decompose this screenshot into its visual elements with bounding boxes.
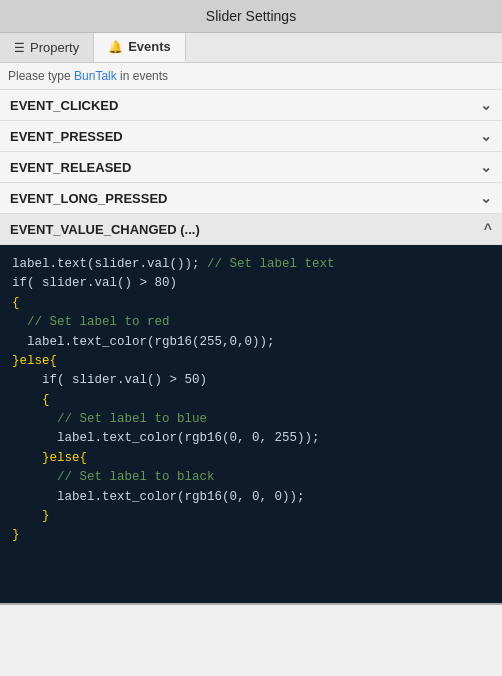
code-editor[interactable]: label.text(slider.val()); // Set label t…: [0, 245, 502, 605]
tab-events[interactable]: 🔔 Events: [94, 33, 186, 62]
event-released-row[interactable]: EVENT_RELEASED ⌄: [0, 152, 502, 183]
tab-property[interactable]: ☰ Property: [0, 33, 94, 62]
event-clicked-row[interactable]: EVENT_CLICKED ⌄: [0, 90, 502, 121]
chevron-down-icon: ⌄: [480, 97, 492, 113]
tab-events-label: Events: [128, 39, 171, 54]
tab-property-label: Property: [30, 40, 79, 55]
chevron-down-icon: ⌄: [480, 190, 492, 206]
title-bar: Slider Settings: [0, 0, 502, 33]
buntalk-link[interactable]: BunTalk: [74, 69, 117, 83]
help-suffix: in events: [117, 69, 168, 83]
events-icon: 🔔: [108, 40, 123, 54]
event-pressed-row[interactable]: EVENT_PRESSED ⌄: [0, 121, 502, 152]
event-pressed-label: EVENT_PRESSED: [10, 129, 123, 144]
event-long-pressed-label: EVENT_LONG_PRESSED: [10, 191, 168, 206]
chevron-up-icon: ^: [484, 221, 492, 237]
help-text: Please type BunTalk in events: [0, 63, 502, 90]
event-value-changed-label: EVENT_VALUE_CHANGED (...): [10, 222, 200, 237]
event-value-changed-row[interactable]: EVENT_VALUE_CHANGED (...) ^: [0, 214, 502, 245]
event-long-pressed-row[interactable]: EVENT_LONG_PRESSED ⌄: [0, 183, 502, 214]
help-prefix: Please type: [8, 69, 74, 83]
chevron-down-icon: ⌄: [480, 128, 492, 144]
title-text: Slider Settings: [206, 8, 296, 24]
event-clicked-label: EVENT_CLICKED: [10, 98, 118, 113]
event-released-label: EVENT_RELEASED: [10, 160, 131, 175]
chevron-down-icon: ⌄: [480, 159, 492, 175]
tab-bar: ☰ Property 🔔 Events: [0, 33, 502, 63]
property-icon: ☰: [14, 41, 25, 55]
